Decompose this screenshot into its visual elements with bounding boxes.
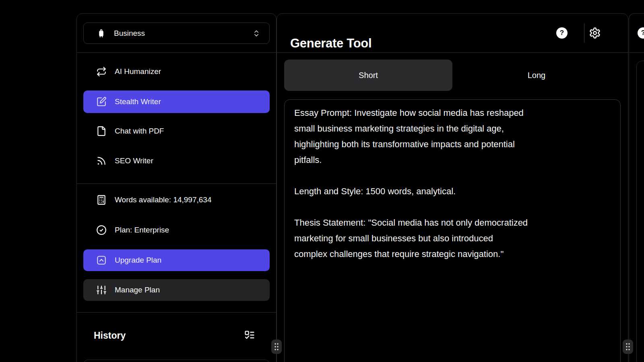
sidebar-panel: Business AI Humanizer [76,13,277,362]
sidebar-item-label: SEO Writer [115,156,153,165]
square-chevron-up-icon [96,255,107,265]
length-tabs: Short Long [284,60,621,91]
gear-icon[interactable] [589,27,601,39]
upgrade-plan-label: Upgrade Plan [115,256,161,265]
app-screen: Business AI Humanizer [0,0,644,362]
chevrons-up-down-icon [252,29,260,37]
plan-label: Plan: Enterprise [115,226,169,234]
plan-row: Plan: Enterprise [83,219,270,241]
tab-short[interactable]: Short [284,60,452,91]
help-icon[interactable]: ? [556,27,568,39]
workspace-selector-label: Business [114,29,145,38]
sidebar-item-label: Stealth Writer [115,97,161,106]
sliders-vertical-icon [96,285,107,295]
edit-square-icon [96,97,107,107]
manage-plan-button[interactable]: Manage Plan [83,279,270,301]
prompt-input[interactable]: Essay Prompt: Investigate how social med… [284,99,621,362]
workspace-selector[interactable]: Business [83,23,270,44]
help-icon[interactable]: ? [638,27,644,39]
sidebar-item-label: Chat with PDF [115,127,164,136]
check-circle-icon [96,225,107,235]
upgrade-plan-button[interactable]: Upgrade Plan [83,249,270,271]
panel-resize-handle-icon[interactable] [623,339,633,354]
words-available-label: Words available: 14,997,634 [115,195,211,204]
sidebar-item-stealth-writer[interactable]: Stealth Writer [83,90,270,113]
sidebar-divider [77,183,276,184]
help-glyph: ? [641,29,644,37]
words-available-row: Words available: 14,997,634 [83,189,270,211]
manage-plan-label: Manage Plan [115,286,160,294]
generate-tool-panel: Generate Tool ? Short Long Essay Prompt:… [277,13,628,362]
grip-dots-icon [273,342,280,351]
sidebar-item-label: AI Humanizer [115,67,161,76]
output-panel-header: ? [629,14,644,53]
history-item[interactable] [83,360,270,362]
calculator-icon [96,195,107,205]
history-title: History [94,330,126,341]
sidebar-item-ai-humanizer[interactable]: AI Humanizer [83,60,270,83]
briefcase-icon [97,29,106,38]
main-header: Generate Tool ? [277,14,628,53]
list-todo-icon[interactable] [244,329,255,341]
output-content-box [636,61,644,362]
output-panel: ? [629,13,644,362]
tab-long[interactable]: Long [452,60,621,91]
grip-dots-icon [625,342,631,351]
header-divider [584,23,584,43]
sidebar-item-chat-with-pdf[interactable]: Chat with PDF [83,120,270,142]
help-glyph: ? [560,29,564,37]
sidebar-divider [77,312,276,313]
sidebar-header: Business [77,14,276,53]
page-title: Generate Tool [290,36,372,51]
sidebar-item-seo-writer[interactable]: SEO Writer [83,150,270,172]
panel-resize-handle-icon[interactable] [271,339,282,354]
file-icon [96,126,107,136]
repeat-icon [96,66,107,77]
rss-icon [96,156,107,166]
